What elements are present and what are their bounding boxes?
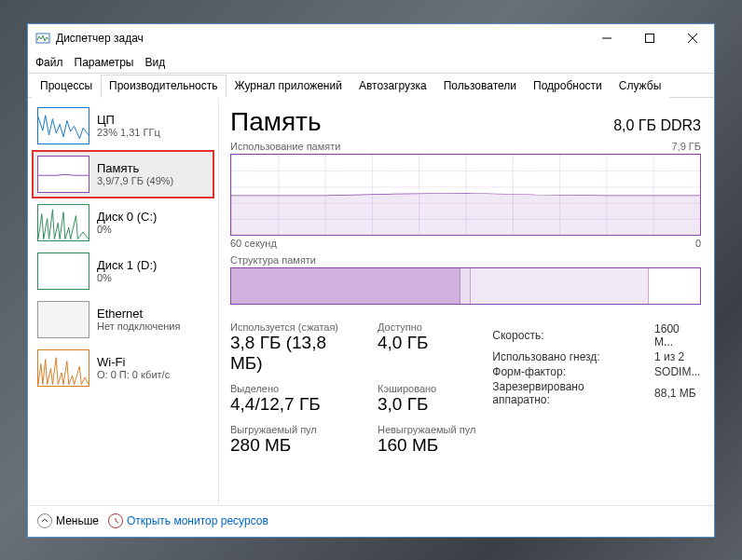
- memory-thumb-icon: [37, 156, 89, 193]
- sidebar-item-memory[interactable]: Память 3,9/7,9 ГБ (49%): [32, 150, 214, 198]
- sidebar-item-sub: 3,9/7,9 ГБ (49%): [97, 175, 173, 186]
- stat-committed: Выделено 4,4/12,7 ГБ: [230, 383, 355, 415]
- app-icon: [35, 31, 50, 46]
- svg-line-7: [116, 521, 118, 523]
- sidebar-item-cpu[interactable]: ЦП 23% 1,31 ГГц: [32, 102, 214, 150]
- memory-composition-bar[interactable]: [230, 267, 701, 305]
- menu-file[interactable]: Файл: [35, 56, 63, 69]
- tab-users[interactable]: Пользователи: [435, 75, 525, 98]
- sidebar-item-sub: 0%: [97, 272, 157, 283]
- page-title: Память: [230, 107, 322, 137]
- window-controls: [585, 24, 714, 52]
- memory-capacity: 8,0 ГБ DDR3: [613, 117, 701, 134]
- menu-view[interactable]: Вид: [144, 56, 165, 69]
- menubar: Файл Параметры Вид: [28, 52, 714, 73]
- chart-x-right: 0: [695, 238, 701, 249]
- memory-usage-chart[interactable]: [230, 154, 701, 236]
- sidebar-item-sub: 23% 1,31 ГГц: [97, 127, 160, 138]
- minimize-button[interactable]: [585, 24, 628, 52]
- stat-available: Доступно 4,0 ГБ: [378, 321, 475, 374]
- fewer-details-button[interactable]: Меньше: [37, 513, 99, 528]
- ethernet-thumb-icon: [37, 301, 89, 338]
- disk-thumb-icon: [37, 253, 89, 290]
- stat-cached: Кэшировано 3,0 ГБ: [378, 383, 475, 415]
- sidebar-item-sub: О: 0 П: 0 кбит/с: [97, 369, 170, 380]
- sidebar-item-wifi[interactable]: Wi-Fi О: 0 П: 0 кбит/с: [32, 344, 214, 392]
- chart-label: Использование памяти: [230, 141, 340, 152]
- tab-services[interactable]: Службы: [611, 75, 669, 98]
- stat-nonpaged: Невыгружаемый пул 160 МБ: [378, 424, 475, 456]
- tab-details[interactable]: Подробности: [525, 75, 611, 98]
- open-resource-monitor-link[interactable]: Открыть монитор ресурсов: [108, 513, 268, 528]
- tab-startup[interactable]: Автозагрузка: [350, 75, 435, 98]
- sidebar: ЦП 23% 1,31 ГГц Память 3,9/7,9 ГБ (49%): [28, 98, 219, 505]
- window-title: Диспетчер задач: [56, 32, 144, 45]
- sidebar-item-label: ЦП: [97, 113, 160, 127]
- titlebar[interactable]: Диспетчер задач: [28, 24, 714, 52]
- wifi-thumb-icon: [37, 349, 89, 387]
- sidebar-item-label: Диск 0 (C:): [97, 210, 157, 224]
- chart-ymax: 7,9 ГБ: [671, 141, 701, 152]
- sidebar-item-disk0[interactable]: Диск 0 (C:) 0%: [32, 198, 214, 247]
- cpu-thumb-icon: [37, 107, 89, 144]
- tabs: Процессы Производительность Журнал прило…: [28, 73, 714, 98]
- sidebar-item-sub: Нет подключения: [97, 321, 180, 332]
- memory-usage-chart-block: Использование памяти 7,9 ГБ 60 секунд 0: [230, 141, 701, 249]
- chart-x-left: 60 секунд: [230, 238, 277, 249]
- tab-performance[interactable]: Производительность: [101, 75, 226, 98]
- stat-paged: Выгружаемый пул 280 МБ: [230, 424, 355, 456]
- sidebar-item-label: Диск 1 (D:): [97, 258, 157, 272]
- sidebar-item-sub: 0%: [97, 224, 157, 235]
- footer: Меньше Открыть монитор ресурсов: [28, 505, 714, 537]
- composition-label: Структура памяти: [230, 254, 316, 266]
- seg-standby: [471, 268, 649, 304]
- stat-in-use: Используется (сжатая) 3,8 ГБ (13,8 МБ): [230, 321, 355, 374]
- sidebar-item-ethernet[interactable]: Ethernet Нет подключения: [32, 295, 214, 344]
- resmon-icon: [108, 513, 123, 528]
- seg-modified: [460, 268, 470, 304]
- sidebar-item-label: Ethernet: [97, 307, 180, 321]
- main-panel: Память 8,0 ГБ DDR3 Использование памяти …: [219, 98, 714, 505]
- maximize-button[interactable]: [628, 24, 671, 52]
- svg-rect-2: [646, 34, 654, 42]
- sidebar-item-label: Память: [97, 161, 173, 175]
- sidebar-item-disk1[interactable]: Диск 1 (D:) 0%: [32, 247, 214, 295]
- chevron-up-icon: [37, 513, 52, 528]
- tab-app-history[interactable]: Журнал приложений: [227, 75, 350, 98]
- seg-free: [649, 268, 700, 304]
- content: ЦП 23% 1,31 ГГц Память 3,9/7,9 ГБ (49%): [28, 98, 714, 505]
- task-manager-window: Диспетчер задач Файл Параметры Вид Проце…: [27, 23, 715, 538]
- memory-composition-block: Структура памяти: [230, 254, 701, 305]
- seg-in-use: [231, 268, 460, 304]
- memory-stats: Используется (сжатая) 3,8 ГБ (13,8 МБ) Д…: [230, 321, 701, 456]
- memory-details: Скорость:1600 М... Использовано гнезд:1 …: [492, 321, 701, 456]
- sidebar-item-label: Wi-Fi: [97, 355, 170, 369]
- disk-thumb-icon: [37, 204, 89, 241]
- menu-options[interactable]: Параметры: [75, 56, 134, 69]
- svg-marker-5: [231, 193, 700, 235]
- tab-processes[interactable]: Процессы: [32, 75, 101, 98]
- close-button[interactable]: [671, 24, 714, 52]
